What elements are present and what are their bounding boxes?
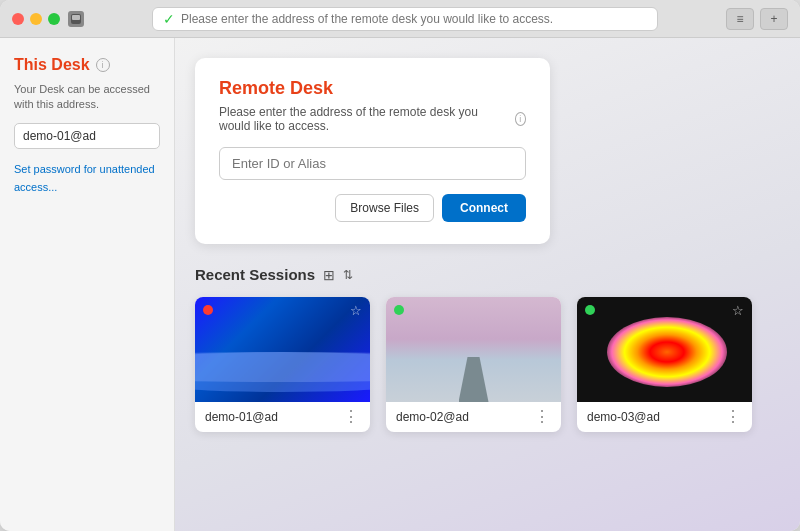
svg-rect-1 bbox=[72, 15, 80, 20]
sidebar-title-row: This Desk i bbox=[14, 56, 160, 74]
sidebar-title: This Desk bbox=[14, 56, 90, 74]
session-card-1[interactable]: ☆ demo-01@ad ⋮ bbox=[195, 297, 370, 432]
session-thumbnail-2 bbox=[386, 297, 561, 402]
content-area: This Desk i Your Desk can be accessed wi… bbox=[0, 38, 800, 531]
remote-desk-description: Please enter the address of the remote d… bbox=[219, 105, 509, 133]
session-menu-button-2[interactable]: ⋮ bbox=[534, 409, 551, 425]
remote-desk-info-icon[interactable]: i bbox=[515, 112, 526, 126]
session-footer-3: demo-03@ad ⋮ bbox=[577, 402, 752, 432]
session-menu-button-1[interactable]: ⋮ bbox=[343, 409, 360, 425]
app-window: ✓ ≡ + This Desk i Your Desk can be acces… bbox=[0, 0, 800, 531]
traffic-lights bbox=[12, 13, 60, 25]
plus-icon: + bbox=[770, 12, 777, 26]
grid-view-icon[interactable]: ⊞ bbox=[323, 267, 335, 283]
sessions-grid: ☆ demo-01@ad ⋮ demo-02@ad ⋮ bbox=[195, 297, 780, 432]
info-icon[interactable]: i bbox=[96, 58, 110, 72]
local-address-display: demo-01@ad bbox=[14, 123, 160, 149]
session-thumbnail-1: ☆ bbox=[195, 297, 370, 402]
set-password-link[interactable]: Set password for unattended access... bbox=[14, 163, 155, 193]
sort-icon[interactable]: ⇅ bbox=[343, 268, 353, 282]
session-star-1[interactable]: ☆ bbox=[350, 303, 362, 318]
close-button[interactable] bbox=[12, 13, 24, 25]
titlebar-actions: ≡ + bbox=[726, 8, 788, 30]
remote-desk-card: Remote Desk Please enter the address of … bbox=[195, 58, 550, 244]
maximize-button[interactable] bbox=[48, 13, 60, 25]
session-card-3[interactable]: ☆ demo-03@ad ⋮ bbox=[577, 297, 752, 432]
minimize-button[interactable] bbox=[30, 13, 42, 25]
list-icon: ≡ bbox=[736, 12, 743, 26]
session-status-dot-1 bbox=[203, 305, 213, 315]
titlebar: ✓ ≡ + bbox=[0, 0, 800, 38]
main-panel: Remote Desk Please enter the address of … bbox=[175, 38, 800, 531]
verified-icon: ✓ bbox=[163, 11, 175, 27]
session-name-1: demo-01@ad bbox=[205, 410, 278, 424]
connect-button[interactable]: Connect bbox=[442, 194, 526, 222]
sidebar-description: Your Desk can be accessed with this addr… bbox=[14, 82, 160, 113]
recent-sessions-header: Recent Sessions ⊞ ⇅ bbox=[195, 266, 780, 283]
sidebar: This Desk i Your Desk can be accessed wi… bbox=[0, 38, 175, 531]
address-search-bar[interactable]: ✓ bbox=[152, 7, 658, 31]
session-footer-1: demo-01@ad ⋮ bbox=[195, 402, 370, 432]
list-view-button[interactable]: ≡ bbox=[726, 8, 754, 30]
add-button[interactable]: + bbox=[760, 8, 788, 30]
session-menu-button-3[interactable]: ⋮ bbox=[725, 409, 742, 425]
session-card-2[interactable]: demo-02@ad ⋮ bbox=[386, 297, 561, 432]
remote-desk-input[interactable] bbox=[219, 147, 526, 180]
session-footer-2: demo-02@ad ⋮ bbox=[386, 402, 561, 432]
remote-desk-title: Remote Desk bbox=[219, 78, 526, 99]
remote-desk-actions: Browse Files Connect bbox=[219, 194, 526, 222]
session-thumbnail-3: ☆ bbox=[577, 297, 752, 402]
session-status-dot-3 bbox=[585, 305, 595, 315]
recent-sessions-title: Recent Sessions bbox=[195, 266, 315, 283]
session-status-dot-2 bbox=[394, 305, 404, 315]
browse-files-button[interactable]: Browse Files bbox=[335, 194, 434, 222]
remote-desk-desc-row: Please enter the address of the remote d… bbox=[219, 105, 526, 133]
session-name-2: demo-02@ad bbox=[396, 410, 469, 424]
address-search-input[interactable] bbox=[181, 12, 647, 26]
session-star-3[interactable]: ☆ bbox=[732, 303, 744, 318]
session-name-3: demo-03@ad bbox=[587, 410, 660, 424]
app-icon bbox=[68, 11, 84, 27]
